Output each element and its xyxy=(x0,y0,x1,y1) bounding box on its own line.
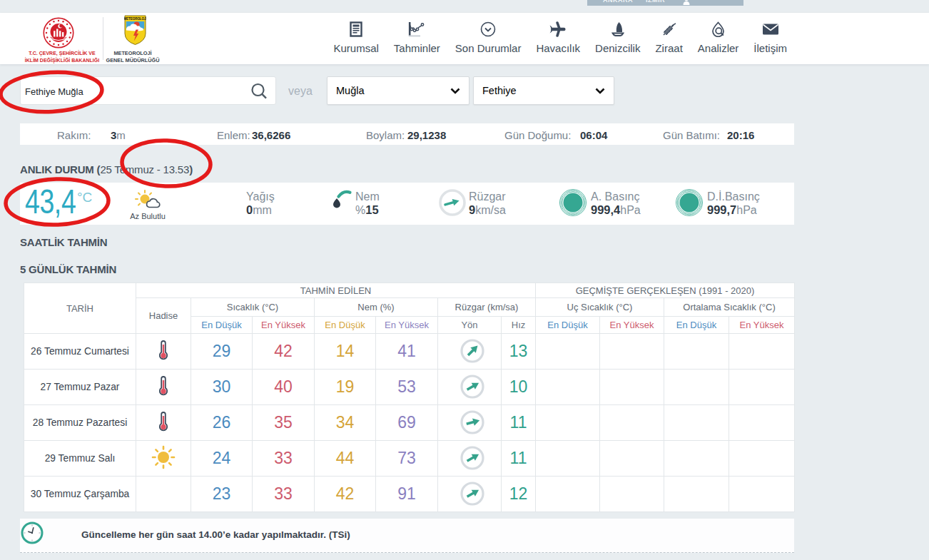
svg-text:METEOROLOJİ: METEOROLOJİ xyxy=(124,16,146,21)
